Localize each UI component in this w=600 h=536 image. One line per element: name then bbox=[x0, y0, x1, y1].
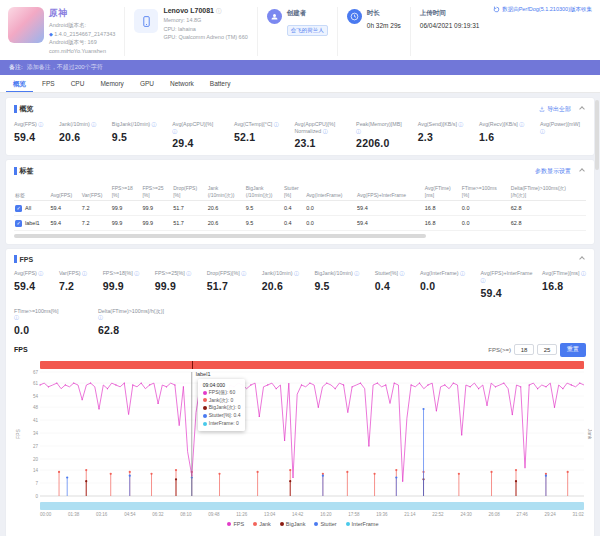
creator-tag[interactable]: 会飞的荷兰人 bbox=[287, 25, 328, 36]
tab-GPU[interactable]: GPU bbox=[133, 75, 161, 92]
column-header[interactable]: Drop(FPS) [%] bbox=[172, 183, 206, 201]
column-header[interactable]: Jank (/10min(次)) bbox=[207, 183, 245, 201]
collapse-chevron-icon[interactable] bbox=[579, 168, 585, 174]
note-bar[interactable]: 备注: 添加备注，不超过200个字符 bbox=[0, 60, 600, 75]
table-cell: 0.0 bbox=[461, 216, 510, 231]
column-header[interactable]: FPS>=18 [%] bbox=[111, 183, 142, 201]
row-checkbox[interactable]: ✓ bbox=[15, 205, 22, 212]
metric: Avg(InterFrame) ⓘ0.0 bbox=[420, 270, 465, 298]
legend-BigJank[interactable]: BigJank bbox=[280, 521, 306, 527]
chart-zoom-band[interactable] bbox=[40, 502, 584, 510]
metric-value: 9.5 bbox=[314, 280, 359, 292]
column-header[interactable]: Var(FPS) bbox=[81, 183, 111, 201]
legend-InterFrame[interactable]: InterFrame bbox=[346, 521, 379, 527]
label-band[interactable] bbox=[40, 361, 584, 369]
info-icon[interactable]: ⓘ bbox=[152, 121, 157, 127]
metric: Avg(FTime)[ms] ⓘ16.8 bbox=[542, 270, 586, 298]
table-cell: 99.9 bbox=[111, 201, 142, 216]
fps-chart-plot[interactable]: 67615448413427201470FPSJank bbox=[14, 369, 592, 499]
column-header[interactable]: FPS>=25 [%] bbox=[141, 183, 172, 201]
info-icon[interactable]: ⓘ bbox=[38, 121, 43, 127]
info-icon[interactable]: ⓘ bbox=[354, 270, 359, 276]
info-icon[interactable]: ⓘ bbox=[460, 270, 465, 276]
info-icon[interactable]: ⓘ bbox=[134, 270, 139, 276]
labels-head-row: 标签Avg(FPS)Var(FPS)FPS>=18 [%]FPS>=25 [%]… bbox=[14, 183, 586, 201]
info-icon[interactable]: ⓘ bbox=[274, 121, 279, 127]
app-version-name-label: Android版本名: bbox=[49, 21, 115, 30]
row-checkbox[interactable]: ✓ bbox=[15, 220, 22, 227]
reset-button[interactable]: 重置 bbox=[560, 343, 586, 357]
collapse-chevron-icon[interactable] bbox=[579, 256, 585, 262]
app-version-code: Android版本号: 169 bbox=[49, 38, 115, 47]
column-header[interactable]: Avg(FPS)+InterFrame bbox=[356, 183, 424, 201]
info-icon[interactable]: ⓘ bbox=[172, 128, 177, 134]
column-header[interactable]: BigJank (/10min(次)) bbox=[245, 183, 283, 201]
info-icon[interactable]: ⓘ bbox=[323, 128, 328, 134]
column-header[interactable]: 标签 bbox=[14, 183, 49, 201]
info-icon[interactable]: ⓘ bbox=[519, 121, 524, 127]
x-tick: 03:16 bbox=[96, 512, 107, 517]
column-header[interactable]: FTime>=100ms [%] bbox=[461, 183, 510, 201]
info-icon[interactable]: ⓘ bbox=[186, 270, 191, 276]
info-icon[interactable]: ⓘ bbox=[38, 270, 43, 276]
table-cell: 7.2 bbox=[81, 201, 111, 216]
svg-text:48: 48 bbox=[33, 405, 39, 410]
svg-text:20: 20 bbox=[33, 457, 39, 462]
tab-Battery[interactable]: Battery bbox=[203, 75, 238, 92]
info-icon[interactable]: ⓘ bbox=[540, 128, 545, 134]
labels-card: 标签 参数显示设置 标签Avg(FPS)Var(FPS)FPS>=18 [%]F… bbox=[6, 160, 594, 244]
svg-text:34: 34 bbox=[33, 431, 39, 436]
note-placeholder: 添加备注，不超过200个字符 bbox=[27, 63, 103, 72]
info-icon[interactable]: ⓘ bbox=[481, 277, 486, 283]
upload-label: 上传时间 bbox=[420, 9, 480, 18]
export-all-button[interactable]: 导出全部 bbox=[539, 105, 571, 114]
display-settings-button[interactable]: 参数显示设置 bbox=[535, 167, 571, 176]
metric: Avg(Recv)[KB/s] ⓘ1.6 bbox=[479, 121, 524, 149]
metric: FTime>=100ms[%] ⓘ0.0 bbox=[14, 308, 60, 336]
column-header[interactable]: Avg(FPS) bbox=[49, 183, 80, 201]
tab-Memory[interactable]: Memory bbox=[93, 75, 130, 92]
x-tick: 14:42 bbox=[292, 512, 303, 517]
collapse-chevron-icon[interactable] bbox=[579, 106, 585, 112]
table-cell: 99.9 bbox=[111, 216, 142, 231]
vertical-scrollbar[interactable] bbox=[595, 100, 599, 170]
info-icon[interactable]: ⓘ bbox=[98, 314, 103, 320]
legend-Stutter[interactable]: Stutter bbox=[314, 521, 336, 527]
column-header[interactable]: Stutter [%] bbox=[283, 183, 305, 201]
info-icon[interactable]: ⓘ bbox=[581, 270, 586, 276]
x-tick: 09:48 bbox=[208, 512, 219, 517]
info-icon[interactable]: ⓘ bbox=[458, 121, 463, 127]
info-icon[interactable]: ⓘ bbox=[399, 270, 404, 276]
column-header[interactable]: Avg(InterFrame) bbox=[305, 183, 356, 201]
tab-Network[interactable]: Network bbox=[163, 75, 201, 92]
svg-text:Jank: Jank bbox=[587, 428, 592, 439]
info-icon[interactable]: ⓘ bbox=[14, 314, 19, 320]
upload-info: 上传时间 06/04/2021 09:19:31 bbox=[410, 7, 489, 56]
info-icon[interactable]: ⓘ bbox=[356, 128, 361, 134]
legend-Jank[interactable]: Jank bbox=[253, 521, 271, 527]
fps-metrics-2: FTime>=100ms[%] ⓘ0.0Delta(FTime)>100ms[/… bbox=[14, 308, 586, 336]
table-cell: 0.0 bbox=[461, 201, 510, 216]
info-icon[interactable]: ⓘ bbox=[294, 270, 299, 276]
tab-CPU[interactable]: CPU bbox=[64, 75, 92, 92]
column-header[interactable]: Avg(FTime) [ms] bbox=[424, 183, 461, 201]
info-icon[interactable]: ⓘ bbox=[216, 8, 222, 14]
table-cell: 99.9 bbox=[141, 201, 172, 216]
info-icon[interactable]: ⓘ bbox=[91, 121, 96, 127]
fps-threshold-input-2[interactable] bbox=[537, 344, 557, 355]
metric-value: 2.3 bbox=[418, 131, 464, 143]
fps-chart-controls: FPS FPS(>=) 重置 bbox=[14, 343, 586, 357]
metric-value: 29.4 bbox=[172, 137, 218, 149]
legend-FPS[interactable]: FPS bbox=[227, 521, 244, 527]
tab-概览[interactable]: 概览 bbox=[6, 75, 33, 92]
metric: BigJank(/10min) ⓘ9.5 bbox=[112, 121, 157, 149]
overview-metrics: Avg(FPS) ⓘ59.4Jank(/10min) ⓘ20.6BigJank(… bbox=[14, 121, 586, 149]
horizontal-scrollbar[interactable] bbox=[14, 234, 426, 238]
main-content: 概览 导出全部 Avg(FPS) ⓘ59.4Jank(/10min) ⓘ20.6… bbox=[0, 93, 600, 536]
info-icon[interactable]: ⓘ bbox=[241, 270, 246, 276]
labels-title: 标签 bbox=[14, 166, 34, 176]
fps-threshold-input-1[interactable] bbox=[514, 344, 534, 355]
tab-FPS[interactable]: FPS bbox=[35, 75, 62, 92]
column-header[interactable]: Delta(FTime)>100ms(次) [/h(次)] bbox=[510, 183, 586, 201]
info-icon[interactable]: ⓘ bbox=[82, 270, 87, 276]
